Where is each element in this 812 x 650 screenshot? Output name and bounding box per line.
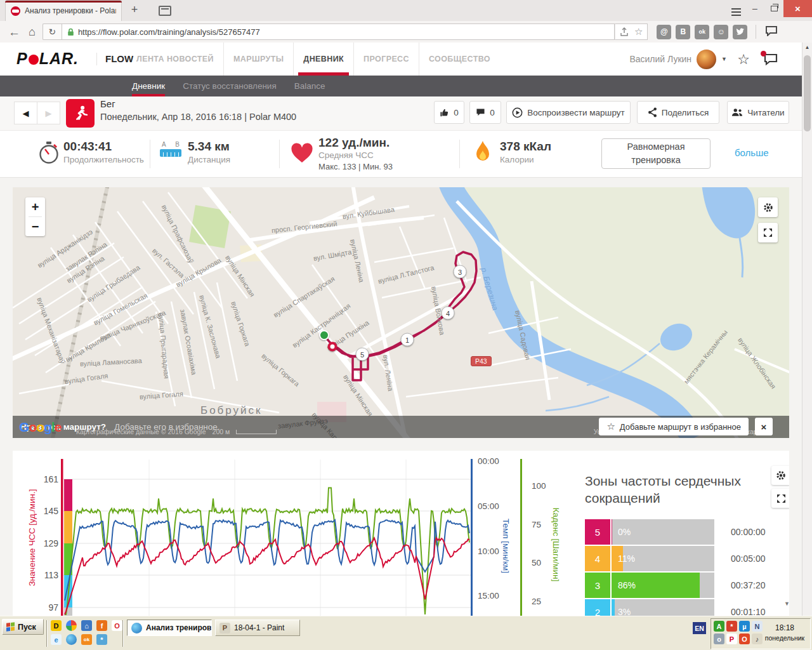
clock-day: понедельник bbox=[761, 633, 809, 644]
avira-icon[interactable]: A bbox=[714, 621, 724, 632]
nav-item-сообщество[interactable]: СООБЩЕСТВО bbox=[419, 43, 500, 76]
google-logo: Google bbox=[19, 420, 61, 435]
subnav-item-статус восстановления[interactable]: Статус восстановления bbox=[183, 76, 277, 96]
url-bar[interactable]: https://flow.polar.com/training/analysis… bbox=[62, 23, 615, 40]
subnav-item-дневник[interactable]: Дневник bbox=[132, 76, 165, 96]
replay-route-button[interactable]: Воспроизвести маршрут bbox=[506, 101, 631, 124]
favorites-star-icon[interactable]: ☆ bbox=[737, 51, 750, 68]
paint-icon[interactable]: P bbox=[219, 623, 230, 633]
nav-item-дневник[interactable]: ДНЕВНИК bbox=[293, 43, 353, 76]
share-page-icon[interactable] bbox=[620, 27, 629, 36]
quick-launch-row-2: eok* bbox=[51, 634, 107, 645]
zones-fullscreen-button[interactable] bbox=[771, 489, 789, 508]
subnav-item-balance[interactable]: Balance bbox=[294, 76, 325, 96]
vk-extension-icon[interactable]: B bbox=[676, 25, 690, 39]
zone-time: 00:01:10 bbox=[731, 607, 766, 616]
like-button[interactable]: 0 bbox=[434, 101, 464, 124]
zones-settings-button[interactable] bbox=[771, 466, 789, 485]
burst-icon[interactable]: * bbox=[726, 621, 737, 632]
zone-bar-track: 0% bbox=[612, 519, 714, 545]
utorrent-icon[interactable]: µ bbox=[739, 621, 750, 632]
gear-icon bbox=[776, 470, 786, 481]
share-button[interactable]: Поделиться bbox=[637, 101, 719, 124]
more-link[interactable]: больше bbox=[735, 147, 769, 158]
restore-button[interactable] bbox=[764, 0, 783, 17]
map-settings-button[interactable] bbox=[758, 197, 778, 217]
readers-button[interactable]: Читатели bbox=[727, 101, 789, 124]
minimize-button[interactable]: – bbox=[745, 0, 764, 17]
browser-tab[interactable]: Анализ тренировки - Polar F bbox=[5, 0, 122, 21]
zone-time: 00:37:20 bbox=[731, 580, 766, 590]
clock-time: 18:18 bbox=[761, 622, 809, 633]
zone-bar-fill bbox=[612, 599, 615, 616]
taskbar-task[interactable]: P18-04-1 - Paint bbox=[215, 620, 300, 636]
taskbar-clock[interactable]: 18:18 понедельник bbox=[761, 622, 809, 644]
tray-icons-row-2: oPO♪ bbox=[714, 633, 763, 644]
menu-icon[interactable] bbox=[726, 2, 745, 16]
add-route-to-favorites-button[interactable]: ☆ Добавьте маршрут в избранное bbox=[599, 418, 749, 435]
new-tab-button[interactable]: + bbox=[127, 3, 142, 17]
previous-session-button[interactable]: ◀ bbox=[14, 102, 37, 124]
notifications-icon[interactable] bbox=[764, 53, 778, 68]
toolbar-separator bbox=[756, 25, 756, 39]
scrollbar[interactable]: ▲ bbox=[802, 43, 812, 616]
extension-icons: @Bok☺ bbox=[657, 25, 747, 39]
opera-icon[interactable]: O bbox=[112, 620, 122, 631]
scrollbar-up-arrow[interactable]: ▲ bbox=[802, 43, 812, 53]
nav-item-лента новостей[interactable]: ЛЕНТА НОВОСТЕЙ bbox=[127, 43, 223, 76]
promo-close-button[interactable]: × bbox=[755, 418, 773, 435]
language-indicator[interactable]: EN bbox=[693, 622, 706, 634]
taskbar-task[interactable]: Анализ тренировки - ... bbox=[127, 620, 212, 636]
icq-icon[interactable]: * bbox=[96, 634, 107, 645]
map-fullscreen-button[interactable] bbox=[758, 223, 778, 242]
twitter-extension-icon[interactable] bbox=[733, 25, 747, 39]
page-actions: ☆ bbox=[615, 23, 648, 40]
ok-icon[interactable]: ok bbox=[81, 634, 92, 645]
nav-item-маршруты[interactable]: МАРШРУТЫ bbox=[223, 43, 293, 76]
moi-mir-extension-icon[interactable]: ☺ bbox=[714, 25, 728, 39]
pace-axis-label: Темп [мин/км] bbox=[501, 519, 511, 573]
google-logo-letter: o bbox=[36, 420, 44, 434]
reload-button[interactable]: ↻ bbox=[43, 23, 62, 40]
odnoklassniki-extension-icon[interactable]: ok bbox=[695, 25, 709, 39]
start-button[interactable]: Пуск bbox=[2, 619, 44, 635]
zoom-out-button[interactable]: − bbox=[25, 217, 45, 236]
next-session-button[interactable]: ▶ bbox=[37, 102, 60, 124]
zone-bar-track: 11% bbox=[612, 546, 714, 571]
zones-dropdown-caret[interactable]: ▼ bbox=[784, 600, 789, 607]
bookmark-star-icon[interactable]: ☆ bbox=[634, 26, 643, 37]
scrollbar-thumb[interactable] bbox=[804, 55, 811, 131]
home-icon[interactable]: ⌂ bbox=[81, 620, 92, 631]
windows-flag-icon bbox=[6, 622, 15, 631]
zoom-in-button[interactable]: + bbox=[25, 197, 45, 216]
route-map[interactable]: вул. Куйбышавапросп. Георгиевскийвуліца … bbox=[13, 187, 789, 438]
firefox-icon[interactable]: f bbox=[96, 620, 107, 631]
zone-bar-track: 86% bbox=[612, 573, 714, 598]
pace-tick: 10:00 bbox=[478, 547, 499, 556]
circle-icon[interactable]: O bbox=[739, 633, 750, 644]
route-marker-5: 5 bbox=[356, 348, 369, 361]
close-button[interactable]: × bbox=[783, 0, 812, 17]
globe-icon[interactable] bbox=[131, 623, 142, 633]
daemon-icon[interactable]: D bbox=[51, 620, 62, 631]
comments-button[interactable]: 0 bbox=[469, 101, 501, 124]
back-button[interactable]: ← bbox=[8, 26, 20, 38]
chat-icon[interactable] bbox=[765, 25, 778, 39]
polar-logo[interactable]: PLAR. bbox=[16, 50, 79, 68]
chrome-icon[interactable] bbox=[66, 620, 77, 631]
people-icon bbox=[731, 108, 743, 117]
distance-value: 5.34 км bbox=[188, 140, 230, 154]
home-button[interactable]: ⌂ bbox=[29, 26, 36, 37]
polar-icon[interactable]: P bbox=[726, 633, 737, 644]
route-marker-4: 4 bbox=[442, 307, 455, 320]
tab-groups-icon[interactable] bbox=[159, 6, 171, 16]
mail-ru-extension-icon[interactable]: @ bbox=[657, 25, 671, 39]
globe-icon[interactable] bbox=[66, 634, 77, 645]
taskbar-divider bbox=[46, 620, 48, 647]
camera-icon[interactable]: o bbox=[714, 633, 724, 644]
zone-number: 5 bbox=[585, 519, 610, 545]
user-menu[interactable]: Василий Лукин ▼ bbox=[629, 43, 727, 76]
training-benefit-button[interactable]: Равномерная тренировка bbox=[601, 138, 710, 169]
ie-icon[interactable]: e bbox=[51, 634, 62, 645]
nav-item-прогресс[interactable]: ПРОГРЕСС bbox=[353, 43, 419, 76]
